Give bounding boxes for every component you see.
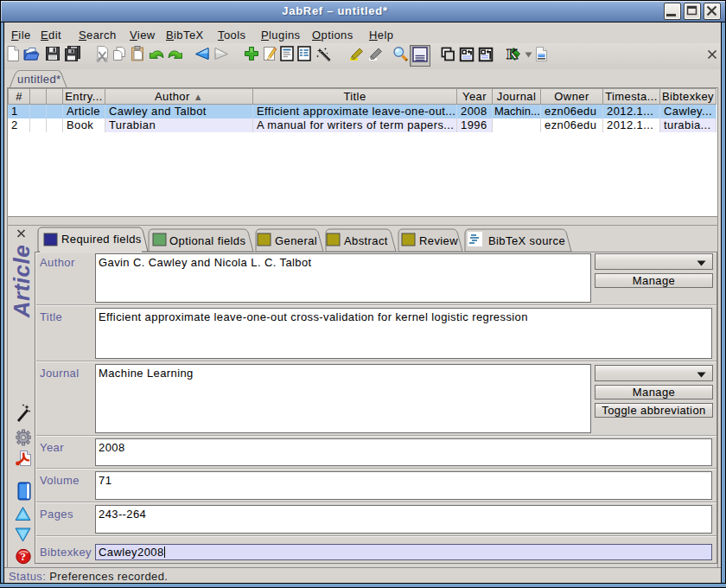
svg-text:K: K (506, 46, 519, 62)
svg-text:?: ? (21, 550, 27, 563)
